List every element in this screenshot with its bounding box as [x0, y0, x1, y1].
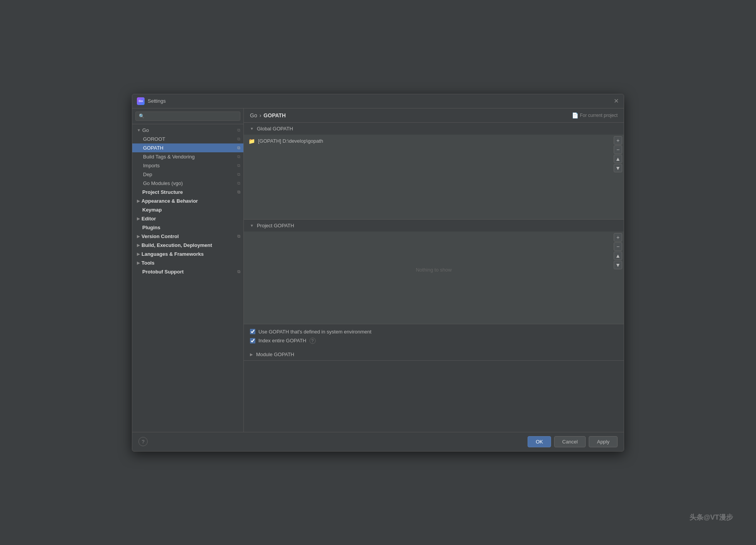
- protobuf-copy-icon[interactable]: ⧉: [237, 269, 240, 274]
- ok-button[interactable]: OK: [528, 436, 551, 447]
- version-control-copy-icon[interactable]: ⧉: [237, 234, 240, 239]
- protobuf-label: Protobuf Support: [142, 269, 184, 275]
- build-exec-label: Build, Execution, Deployment: [142, 242, 212, 248]
- sidebar-item-gopath[interactable]: GOPATH ⧉: [132, 143, 243, 152]
- module-gopath-section: ▶ Module GOPATH: [244, 348, 624, 361]
- title-bar: Go Settings ✕: [132, 94, 624, 108]
- for-current-project-button[interactable]: 📄 For current project: [572, 112, 618, 118]
- search-box: [132, 108, 243, 124]
- sidebar-item-build-tags[interactable]: Build Tags & Vendoring ⧉: [132, 152, 243, 161]
- build-tags-label: Build Tags & Vendoring: [143, 154, 195, 160]
- module-gopath-label: Module GOPATH: [256, 352, 294, 357]
- tools-label: Tools: [142, 260, 155, 266]
- main-content: Go › GOPATH 📄 For current project ▼ Glob…: [244, 108, 624, 432]
- breadcrumb: Go › GOPATH: [250, 112, 286, 118]
- global-up-button[interactable]: ▲: [614, 155, 622, 163]
- sidebar-item-dep[interactable]: Dep ⧉: [132, 170, 243, 179]
- imports-label: Imports: [143, 163, 160, 168]
- global-gopath-side-buttons: + − ▲ ▼: [612, 135, 624, 174]
- watermark: 头条@VT漫步: [689, 513, 733, 522]
- goroot-label: GOROOT: [143, 136, 165, 142]
- dep-label: Dep: [143, 172, 152, 177]
- module-gopath-arrow: ▶: [250, 352, 253, 357]
- global-remove-button[interactable]: −: [614, 145, 622, 154]
- global-add-button[interactable]: +: [614, 136, 622, 145]
- global-path-item: 📁 [GOPATH] D:\develop\gopath: [244, 136, 624, 146]
- project-gopath-label: Project GOPATH: [257, 223, 294, 228]
- appearance-arrow: ▶: [137, 199, 140, 203]
- help-button[interactable]: ?: [138, 437, 148, 446]
- dep-copy-icon[interactable]: ⧉: [237, 172, 240, 177]
- global-down-button[interactable]: ▼: [614, 164, 622, 172]
- global-path-value: [GOPATH] D:\develop\gopath: [258, 138, 323, 144]
- goroot-copy-icon[interactable]: ⧉: [237, 137, 240, 142]
- sidebar-item-go-modules[interactable]: Go Modules (vgo) ⧉: [132, 179, 243, 188]
- search-input[interactable]: [135, 112, 240, 121]
- project-structure-label: Project Structure: [142, 189, 183, 195]
- folder-icon: 📁: [248, 138, 255, 144]
- gopath-label: GOPATH: [143, 145, 163, 151]
- project-up-button[interactable]: ▲: [614, 252, 622, 260]
- go-modules-copy-icon[interactable]: ⧉: [237, 181, 240, 186]
- sidebar-item-languages[interactable]: ▶ Languages & Frameworks: [132, 250, 243, 258]
- dialog-title: Settings: [148, 98, 613, 104]
- cancel-button[interactable]: Cancel: [554, 436, 586, 447]
- close-button[interactable]: ✕: [613, 98, 619, 104]
- sidebar-item-appearance[interactable]: ▶ Appearance & Behavior: [132, 197, 243, 205]
- build-tags-copy-icon[interactable]: ⧉: [237, 154, 240, 159]
- sidebar-item-editor[interactable]: ▶ Editor: [132, 214, 243, 223]
- main-header: Go › GOPATH 📄 For current project: [244, 108, 624, 123]
- main-scroll: ▼ Global GOPATH 📁 [GOPATH] D:\develop\go…: [244, 123, 624, 432]
- index-gopath-checkbox[interactable]: [250, 338, 255, 343]
- languages-arrow: ▶: [137, 252, 140, 256]
- project-remove-button[interactable]: −: [614, 242, 622, 251]
- sidebar-item-build-exec[interactable]: ▶ Build, Execution, Deployment: [132, 241, 243, 250]
- project-gopath-section: ▼ Project GOPATH Nothing to show + − ▲ ▼: [244, 220, 624, 324]
- imports-copy-icon[interactable]: ⧉: [237, 163, 240, 168]
- sidebar-item-version-control[interactable]: ▶ Version Control ⧉: [132, 232, 243, 241]
- editor-label: Editor: [142, 216, 156, 222]
- apply-button[interactable]: Apply: [589, 436, 618, 447]
- project-gopath-body: Nothing to show + − ▲ ▼: [244, 232, 624, 324]
- use-gopath-checkbox[interactable]: [250, 329, 255, 334]
- languages-label: Languages & Frameworks: [142, 251, 204, 257]
- sidebar-item-tools[interactable]: ▶ Tools: [132, 258, 243, 267]
- project-down-button[interactable]: ▼: [614, 261, 622, 269]
- go-modules-label: Go Modules (vgo): [143, 180, 183, 186]
- breadcrumb-sep: ›: [260, 112, 261, 118]
- index-gopath-label: Index entire GOPATH: [258, 338, 306, 343]
- sidebar-item-go[interactable]: ▼ Go ⧉: [132, 126, 243, 135]
- settings-dialog: Go Settings ✕ ▼ Go ⧉ GOROOT ⧉: [132, 94, 624, 452]
- breadcrumb-parent: Go: [250, 112, 257, 118]
- go-arrow: ▼: [137, 128, 141, 132]
- project-gopath-header[interactable]: ▼ Project GOPATH: [244, 220, 624, 232]
- sidebar: ▼ Go ⧉ GOROOT ⧉ GOPATH ⧉ Build Tags & Ve…: [132, 108, 244, 432]
- sidebar-item-protobuf[interactable]: ▶ Protobuf Support ⧉: [132, 267, 243, 276]
- index-gopath-checkbox-row[interactable]: Index entire GOPATH ?: [250, 338, 618, 344]
- index-gopath-help-icon[interactable]: ?: [310, 338, 316, 344]
- project-gopath-arrow: ▼: [250, 223, 254, 228]
- app-icon: Go: [137, 97, 145, 105]
- global-gopath-label: Global GOPATH: [257, 126, 293, 132]
- sidebar-tree: ▼ Go ⧉ GOROOT ⧉ GOPATH ⧉ Build Tags & Ve…: [132, 124, 243, 432]
- sidebar-item-goroot[interactable]: GOROOT ⧉: [132, 135, 243, 143]
- sidebar-item-plugins[interactable]: ▶ Plugins: [132, 223, 243, 232]
- gopath-copy-icon[interactable]: ⧉: [237, 145, 240, 150]
- for-current-label: For current project: [580, 113, 618, 118]
- project-add-button[interactable]: +: [614, 233, 622, 242]
- project-structure-copy-icon[interactable]: ⧉: [237, 190, 240, 195]
- global-gopath-header[interactable]: ▼ Global GOPATH: [244, 123, 624, 135]
- sidebar-item-imports[interactable]: Imports ⧉: [132, 161, 243, 170]
- module-gopath-header[interactable]: ▶ Module GOPATH: [244, 348, 624, 360]
- document-icon: 📄: [572, 112, 578, 118]
- use-gopath-checkbox-row[interactable]: Use GOPATH that's defined in system envi…: [250, 329, 618, 335]
- tools-arrow: ▶: [137, 261, 140, 265]
- sidebar-item-keymap[interactable]: ▶ Keymap: [132, 205, 243, 214]
- go-copy-icon[interactable]: ⧉: [237, 128, 240, 133]
- global-gopath-body: 📁 [GOPATH] D:\develop\gopath + − ▲ ▼: [244, 135, 624, 219]
- global-gopath-arrow: ▼: [250, 127, 254, 131]
- project-gopath-side-buttons: + − ▲ ▼: [612, 232, 624, 271]
- sidebar-item-project-structure[interactable]: ▶ Project Structure ⧉: [132, 188, 243, 197]
- dialog-body: ▼ Go ⧉ GOROOT ⧉ GOPATH ⧉ Build Tags & Ve…: [132, 108, 624, 432]
- breadcrumb-current: GOPATH: [263, 112, 286, 118]
